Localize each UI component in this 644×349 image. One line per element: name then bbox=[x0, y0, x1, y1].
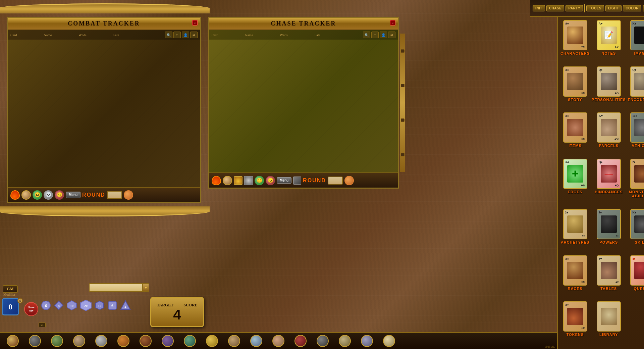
bottom-token-17[interactable] bbox=[361, 335, 373, 347]
combat-fire-token[interactable] bbox=[10, 190, 20, 200]
combat-search-icon[interactable]: 🔍 bbox=[165, 32, 172, 38]
items-card[interactable]: A♠ A♠ bbox=[563, 112, 587, 143]
d4-die[interactable]: 4 bbox=[120, 300, 131, 311]
sidebar-item-quests[interactable]: 4♦ 4♦ QUESTS bbox=[628, 255, 644, 300]
images-card[interactable]: K♠ K♠ bbox=[630, 20, 644, 50]
sidebar-item-races[interactable]: A♠ A♠ RACES bbox=[560, 255, 590, 300]
combat-skull-token[interactable]: 💀 bbox=[44, 190, 53, 200]
sidebar-item-powers[interactable]: J♠ J♠ POWERS bbox=[592, 209, 626, 253]
bottom-token-7[interactable] bbox=[140, 335, 152, 347]
chase-settings-icon[interactable] bbox=[293, 177, 301, 185]
sidebar-item-encounters[interactable]: Q♦ Q♦ ENCOUNTERS bbox=[628, 66, 644, 111]
sidebar-item-archetypes[interactable]: 2♠ 2♠ ARCHETYPES bbox=[560, 209, 590, 253]
d12-die[interactable]: 12 bbox=[95, 300, 105, 310]
skills-card[interactable]: K♠ K♠ bbox=[630, 209, 644, 239]
bottom-token-1[interactable] bbox=[7, 335, 19, 347]
damage-chip[interactable]: Dam-age bbox=[24, 302, 38, 316]
bottom-token-2[interactable] bbox=[29, 335, 41, 347]
bottom-token-14[interactable] bbox=[294, 335, 307, 347]
chase-mug-token[interactable] bbox=[234, 176, 243, 185]
chase-arrows-icon[interactable]: ⇄ bbox=[388, 32, 395, 38]
parcels-card[interactable]: K♥ K♥ bbox=[597, 112, 621, 143]
d8-die[interactable]: 8 bbox=[54, 300, 64, 310]
bottom-token-12[interactable] bbox=[250, 335, 262, 347]
combat-menu-button[interactable]: Menu bbox=[66, 192, 80, 198]
chase-green-face[interactable]: 😐 bbox=[255, 176, 264, 185]
modifier-gear-icon[interactable]: ⚙ bbox=[17, 298, 23, 303]
combat-green-face-token[interactable]: 😐 bbox=[33, 190, 42, 200]
bottom-token-3[interactable] bbox=[51, 335, 63, 347]
archetypes-card[interactable]: 2♠ 2♠ bbox=[563, 209, 587, 239]
sidebar-item-library[interactable]: LIBRARY bbox=[592, 301, 626, 346]
encounters-card[interactable]: Q♦ Q♦ bbox=[630, 66, 644, 97]
sidebar-item-images[interactable]: K♠ K♠ IMAGES bbox=[628, 20, 644, 64]
combat-person-icon[interactable]: 👤 bbox=[182, 32, 189, 38]
powers-card[interactable]: J♠ J♠ bbox=[597, 209, 621, 239]
notes-card[interactable]: A♥ 📝 A♥ bbox=[597, 20, 621, 50]
hindrances-card[interactable]: Q♦ — Q♦ bbox=[597, 159, 621, 189]
d6-die-2[interactable]: 6 bbox=[107, 300, 117, 310]
bottom-token-5[interactable] bbox=[95, 335, 107, 347]
bottom-token-13[interactable] bbox=[272, 335, 284, 347]
chase-round-input[interactable] bbox=[328, 177, 343, 185]
monstrous-card[interactable]: 2♦ 2♦ bbox=[630, 159, 644, 189]
sidebar-item-tables[interactable]: 3♥ 3♥ TABLES bbox=[592, 255, 626, 300]
party-icon-button[interactable] bbox=[584, 4, 585, 12]
edges-card[interactable]: A♣ ✚ A♣ bbox=[563, 159, 587, 189]
bottom-token-4[interactable] bbox=[73, 335, 85, 347]
chase-wild-token[interactable] bbox=[344, 176, 354, 185]
tables-card[interactable]: 3♥ 3♥ bbox=[597, 255, 621, 286]
quests-card[interactable]: 4♦ 4♦ bbox=[630, 255, 644, 286]
characters-card[interactable]: A♠ A♠ bbox=[563, 20, 587, 50]
bottom-token-6[interactable] bbox=[117, 335, 129, 347]
personalities-card[interactable]: Q♦ Q♦ bbox=[597, 66, 621, 97]
tokens-card[interactable]: A♦ A♦ bbox=[563, 301, 587, 332]
races-card[interactable]: A♠ A♠ bbox=[563, 255, 587, 286]
tools-button[interactable]: TOOLS bbox=[586, 5, 604, 11]
bottom-token-9[interactable] bbox=[184, 335, 196, 347]
chase-fire-token[interactable] bbox=[212, 176, 221, 185]
bottom-token-16[interactable] bbox=[339, 335, 351, 347]
bottom-token-15[interactable] bbox=[317, 335, 329, 347]
bottom-token-11[interactable] bbox=[228, 335, 240, 347]
plus-minus-button[interactable]: +/- bbox=[643, 5, 644, 11]
combat-round-input[interactable] bbox=[107, 191, 122, 199]
bottom-token-10[interactable] bbox=[206, 335, 218, 347]
chase-gold-token[interactable] bbox=[223, 176, 232, 185]
combat-tracker-close[interactable]: × bbox=[192, 20, 198, 26]
chase-shield-token[interactable] bbox=[244, 176, 253, 185]
sidebar-item-edges[interactable]: A♣ ✚ A♣ EDGES bbox=[560, 159, 590, 207]
sidebar-item-parcels[interactable]: K♥ K♥ PARCELS bbox=[592, 112, 626, 157]
combat-wild-token[interactable] bbox=[124, 190, 133, 200]
sidebar-item-hindrances[interactable]: Q♦ — Q♦ HINDRANCES bbox=[592, 159, 626, 207]
bottom-token-8[interactable] bbox=[162, 335, 174, 347]
chase-red-face[interactable]: 😠 bbox=[266, 176, 275, 185]
chase-person-icon[interactable]: 👤 bbox=[380, 32, 387, 38]
target-score-value[interactable]: 4 bbox=[173, 308, 181, 322]
combat-red-face-token[interactable]: 😠 bbox=[55, 190, 64, 200]
sidebar-item-characters[interactable]: A♠ A♠ CHARACTERS bbox=[560, 20, 590, 64]
sidebar-item-items[interactable]: A♠ A♠ ITEMS bbox=[560, 112, 590, 157]
library-card[interactable] bbox=[597, 301, 621, 332]
sidebar-item-story[interactable]: A♠ A♠ STORY bbox=[560, 66, 590, 111]
sidebar-item-monstrous[interactable]: 2♦ 2♦ MONSTROUS ABILITIES bbox=[628, 159, 644, 207]
story-card[interactable]: A♠ A♠ bbox=[563, 66, 587, 97]
chase-menu-button[interactable]: Menu bbox=[277, 177, 291, 184]
color-button[interactable]: COLOR bbox=[623, 5, 641, 11]
modifier-display[interactable]: 0 bbox=[2, 298, 19, 315]
sidebar-item-personalities[interactable]: Q♦ Q♦ PERSONALITIES bbox=[592, 66, 626, 111]
light-button[interactable]: LIGHT bbox=[605, 5, 622, 11]
sidebar-item-tokens[interactable]: A♦ A♦ TOKENS bbox=[560, 301, 590, 346]
chase-search-icon[interactable]: 🔍 bbox=[363, 32, 370, 38]
d20-die[interactable]: 20 bbox=[80, 299, 92, 311]
combat-gold-token[interactable] bbox=[21, 190, 31, 200]
chase-grid-icon[interactable]: □ bbox=[371, 32, 379, 38]
combat-grid-icon[interactable]: □ bbox=[173, 32, 181, 38]
combat-arrows-icon[interactable]: ⇄ bbox=[190, 32, 198, 38]
party-button[interactable]: PARTY bbox=[566, 5, 583, 11]
d10-die[interactable]: 10 bbox=[66, 300, 77, 311]
sidebar-item-skills[interactable]: K♠ K♠ SKILLS bbox=[628, 209, 644, 253]
sidebar-item-vehicles[interactable]: 10♠ 10♠ VEHICLES bbox=[628, 112, 644, 157]
d6-die[interactable]: 6 bbox=[41, 300, 51, 310]
vehicles-card[interactable]: 10♠ 10♠ bbox=[630, 112, 644, 143]
